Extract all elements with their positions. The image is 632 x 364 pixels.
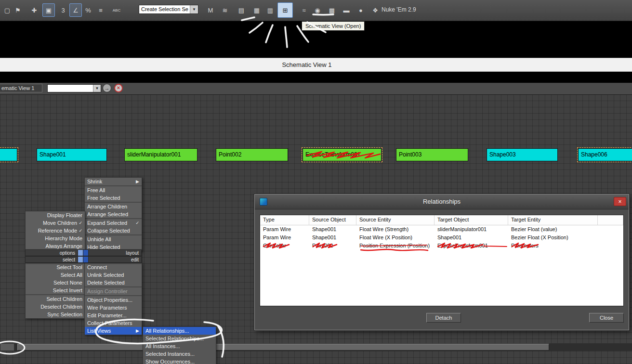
menu-item-label: Delete Selected	[87, 279, 139, 286]
node-shape003[interactable]: Shape003	[487, 148, 558, 161]
submenu-item-selected-instances[interactable]: Selected Instances...	[143, 350, 216, 358]
selection-set-dropdown[interactable]: Create Selection Se ▼	[139, 5, 198, 14]
menu-item-select-all[interactable]: Select All	[26, 271, 85, 279]
menu-item-delete-selected[interactable]: Delete Selected	[85, 279, 142, 286]
column-header-target-entity[interactable]: Target Entity	[508, 215, 598, 225]
cancel-button[interactable]: ×	[114, 84, 123, 92]
name-filter-combo[interactable]: ▼	[47, 84, 101, 92]
menu-item-label: Select None	[28, 279, 82, 286]
menu-item-label: Unhide All	[87, 235, 139, 243]
curve-editor-icon[interactable]: ≈	[298, 3, 310, 17]
menu-item-unlink-selected[interactable]: Unlink Selected	[85, 271, 142, 279]
scrollbar-thumb[interactable]	[17, 344, 549, 351]
nukem-plugin-icon[interactable]: ❖	[369, 3, 382, 17]
rendered-frame-icon[interactable]: ▬	[340, 3, 353, 17]
relationship-row[interactable]: Param Wire Shape001 Float Wire (Strength…	[260, 225, 623, 234]
column-header-type[interactable]: Type	[260, 215, 309, 225]
white-burst-ray	[285, 27, 287, 47]
icon-glyph: ▦	[254, 7, 260, 14]
submenu-item-show-occurrences[interactable]: Show Occurrences...	[143, 358, 216, 364]
menu-item-shrink[interactable]: Shrink▶	[85, 178, 142, 185]
menu-item-expand-selected[interactable]: Expand Selected✓	[85, 218, 142, 227]
menu-item-reference-mode[interactable]: Reference Mode✓	[26, 227, 85, 234]
menu-item-label: Wire Parameters	[87, 304, 139, 312]
menu-item-hierarchy-mode[interactable]: Hierarchy Mode	[26, 234, 85, 242]
schematic-window-titlebar[interactable]: Schematic View 1	[0, 58, 632, 72]
menu-item-select-none[interactable]: Select None	[26, 279, 85, 286]
menu-item-label: Reference Mode	[28, 227, 77, 234]
quad-chip-icon	[83, 249, 89, 256]
menu-item-connect[interactable]: Connect	[85, 263, 142, 271]
schematic-view-icon[interactable]: ⊞	[277, 2, 293, 18]
select-and-manipulate-icon[interactable]: ▣	[42, 3, 55, 17]
mirror-icon[interactable]: M	[204, 3, 217, 17]
align-icon[interactable]: ≋	[219, 3, 231, 17]
layer-manager-icon[interactable]: ▤	[235, 3, 248, 17]
quad-menu-edit: Connect Unlink Selected Delete Selected …	[84, 263, 142, 335]
relationships-dialog: Relationships × Type Source Object Sourc…	[254, 194, 629, 330]
menu-item-wire-parameters[interactable]: Wire Parameters	[85, 304, 142, 312]
node-point003[interactable]: Point003	[396, 148, 468, 161]
render-setup-icon[interactable]: ▩	[326, 3, 338, 17]
percent-snap-icon[interactable]: %	[82, 3, 94, 17]
node-point002[interactable]: Point002	[216, 148, 288, 161]
menu-item-free-selected[interactable]: Free Selected	[85, 194, 142, 202]
chevron-down-icon: ▼	[93, 85, 101, 92]
select-and-place-icon[interactable]: ⚑	[12, 3, 24, 17]
relationship-row[interactable]: Param Wire Shape001 Float Wire (X Positi…	[260, 234, 623, 242]
column-header-target-object[interactable]: Target Object	[434, 215, 508, 225]
menu-item-sync-selection[interactable]: Sync Selection	[26, 311, 85, 318]
menu-item-object-properties[interactable]: Object Properties...	[85, 295, 142, 304]
scene-explorer-icon[interactable]: ▥	[264, 3, 276, 17]
menu-item-label: Free All	[87, 186, 139, 194]
spinner-snap-icon[interactable]: ≡	[94, 3, 107, 17]
angle-snap-icon[interactable]: 3	[57, 3, 69, 17]
menu-item-select-children[interactable]: Select Children	[26, 294, 85, 303]
relationship-row[interactable]: Controller Point002 Position Expression …	[260, 242, 623, 250]
node-shape006[interactable]: Shape006	[578, 148, 632, 161]
cell-blank	[598, 225, 623, 234]
menu-item-free-all[interactable]: Free All	[85, 185, 142, 194]
dialog-titlebar[interactable]: Relationships ×	[255, 195, 629, 209]
menu-item-list-views[interactable]: List Views▶	[85, 327, 142, 335]
menu-item-label: Expand Selected	[87, 219, 134, 227]
submenu-item-all-instances[interactable]: All Instances...	[143, 342, 216, 350]
cell-type: Param Wire	[260, 234, 309, 242]
close-button[interactable]: Close	[589, 313, 624, 323]
material-editor-icon[interactable]: ◉	[311, 3, 324, 17]
node[interactable]	[0, 148, 17, 161]
menu-item-unhide-all[interactable]: Unhide All	[85, 234, 142, 243]
node-slidermanipulator001[interactable]: sliderManipulator001	[124, 148, 198, 161]
column-header-blank	[598, 215, 623, 225]
menu-item-display-floater[interactable]: Display Floater	[26, 211, 85, 219]
submenu-item-selected-relationships[interactable]: Selected Relationships...	[143, 335, 216, 342]
submenu-item-all-relationships[interactable]: All Relationships...	[143, 327, 216, 335]
menu-item-label: Arrange Children	[87, 203, 139, 210]
white-burst-ray	[266, 25, 273, 42]
dialog-close-button[interactable]: ×	[614, 197, 626, 206]
menu-item-arrange-selected[interactable]: Arrange Selected	[85, 210, 142, 218]
render-production-icon[interactable]: ●	[355, 3, 367, 17]
node-shape001[interactable]: Shape001	[37, 148, 107, 161]
menu-item-select-tool[interactable]: Select Tool	[26, 263, 85, 271]
snaps-toggle-icon[interactable]: ∠	[69, 3, 82, 17]
horizontal-scrollbar[interactable]	[0, 343, 632, 351]
menu-item-edit-parameter[interactable]: Edit Parameter...	[85, 312, 142, 319]
menu-item-always-arrange[interactable]: Always Arrange	[26, 242, 85, 250]
select-and-move-icon[interactable]: ✚	[28, 3, 40, 17]
named-selection-sets-icon[interactable]: ABC	[108, 3, 125, 17]
column-header-source-object[interactable]: Source Object	[309, 215, 356, 225]
graphite-ribbon-icon[interactable]: ▦	[250, 3, 263, 17]
node-exposetransform001[interactable]: ExposeTransform001	[303, 148, 382, 161]
find-button[interactable]: →	[103, 84, 111, 92]
menu-item-collapse-selected[interactable]: Collapse Selected	[85, 227, 142, 234]
detach-button[interactable]: Detach	[426, 313, 461, 323]
menu-item-move-children[interactable]: Move Children✓	[26, 219, 85, 227]
menu-item-collect-parameters[interactable]: Collect Parameters	[85, 319, 142, 327]
menu-item-arrange-children[interactable]: Arrange Children	[85, 202, 142, 210]
check-icon: ✓	[134, 219, 139, 227]
cell-source-entity: Position Expression (Position)	[356, 242, 434, 250]
menu-item-select-invert[interactable]: Select Invert	[26, 286, 85, 294]
column-header-source-entity[interactable]: Source Entity	[356, 215, 434, 225]
menu-item-deselect-children[interactable]: Deselect Children	[26, 303, 85, 311]
